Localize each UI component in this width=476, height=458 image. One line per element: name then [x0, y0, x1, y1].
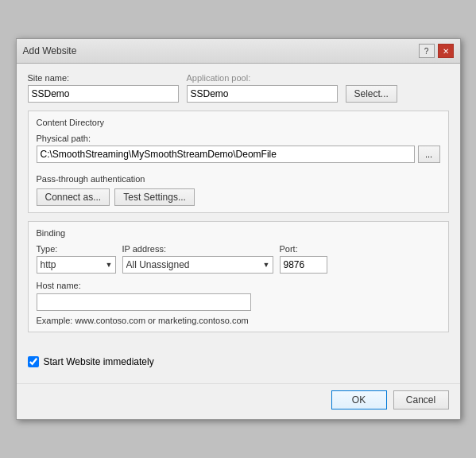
type-group: Type: http https ▼ — [37, 244, 116, 274]
host-name-label: Host name: — [37, 281, 81, 290]
ip-label: IP address: — [122, 244, 273, 254]
dialog-body: Site name: Application pool: Select... C… — [17, 64, 460, 350]
example-text: Example: www.contoso.com or marketing.co… — [37, 316, 440, 325]
site-name-label: Site name: — [28, 73, 179, 83]
cancel-button[interactable]: Cancel — [393, 390, 449, 409]
dialog-title: Add Website — [23, 45, 77, 56]
content-directory-title: Content Directory — [37, 118, 440, 127]
binding-main-row: Type: http https ▼ IP address: All U — [37, 244, 440, 274]
title-bar: Add Website ? ✕ — [17, 39, 460, 64]
physical-path-row: ... — [37, 146, 440, 163]
type-select-wrapper: http https ▼ — [37, 256, 116, 274]
ip-select-wrapper: All Unassigned ▼ — [122, 256, 273, 274]
start-website-row: Start Website immediately — [28, 356, 449, 367]
title-buttons: ? ✕ — [419, 44, 454, 58]
select-btn-group: Select... — [346, 85, 397, 103]
browse-button[interactable]: ... — [418, 146, 440, 163]
content-directory-section: Content Directory Physical path: ... Pas… — [28, 111, 449, 213]
ip-group: IP address: All Unassigned ▼ — [122, 244, 273, 274]
physical-path-label: Physical path: — [37, 134, 440, 143]
site-name-group: Site name: — [28, 73, 179, 103]
action-buttons-row: Connect as... Test Settings... — [37, 188, 440, 206]
port-input[interactable] — [280, 256, 327, 274]
port-label: Port: — [280, 244, 327, 254]
test-settings-button[interactable]: Test Settings... — [114, 188, 195, 206]
host-name-group: Host name: — [37, 280, 440, 311]
site-app-row: Site name: Application pool: Select... — [28, 73, 449, 103]
start-website-label: Start Website immediately — [44, 356, 154, 367]
type-label: Type: — [37, 244, 116, 254]
host-name-input[interactable] — [37, 293, 251, 311]
close-button[interactable]: ✕ — [438, 44, 454, 58]
app-pool-label: Application pool: — [187, 73, 338, 83]
bottom-area: Start Website immediately — [17, 350, 460, 383]
app-pool-group: Application pool: — [187, 73, 338, 103]
binding-title: Binding — [37, 228, 440, 238]
help-button[interactable]: ? — [419, 44, 435, 58]
port-group: Port: — [280, 244, 327, 274]
physical-path-input[interactable] — [37, 146, 415, 163]
app-pool-input[interactable] — [187, 85, 338, 103]
type-select[interactable]: http https — [37, 256, 116, 274]
start-website-checkbox[interactable] — [28, 356, 39, 367]
physical-path-group: Physical path: ... — [37, 134, 440, 169]
add-website-dialog: Add Website ? ✕ Site name: Application p… — [16, 38, 461, 420]
ip-select[interactable]: All Unassigned — [122, 256, 273, 274]
pass-through-label: Pass-through authentication — [37, 174, 440, 184]
title-bar-left: Add Website — [23, 45, 77, 56]
bottom-buttons: OK Cancel — [17, 383, 460, 419]
ok-button[interactable]: OK — [331, 390, 387, 409]
select-button[interactable]: Select... — [346, 85, 397, 103]
connect-as-button[interactable]: Connect as... — [37, 188, 110, 206]
binding-section: Binding Type: http https ▼ IP address: — [28, 221, 449, 332]
site-name-input[interactable] — [28, 85, 179, 103]
